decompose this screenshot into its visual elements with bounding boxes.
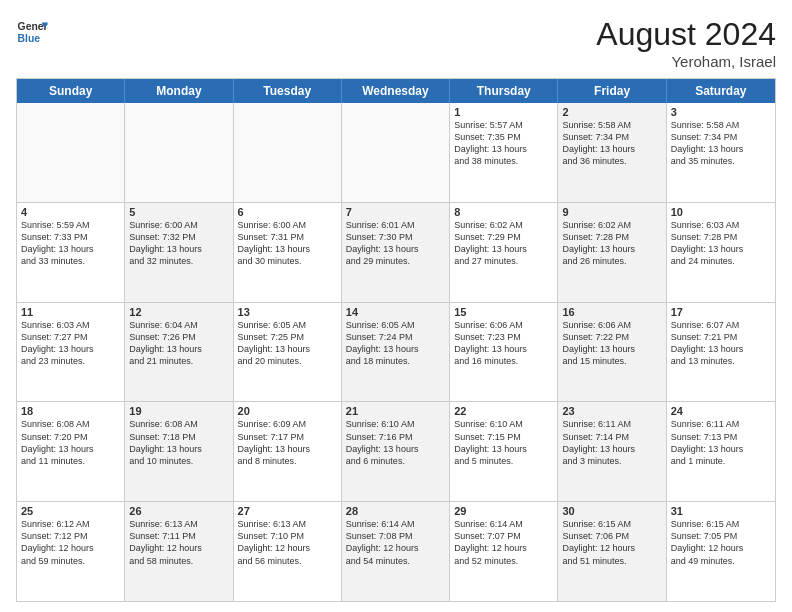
- day-number: 28: [346, 505, 445, 517]
- cell-text: Sunrise: 6:02 AM Sunset: 7:29 PM Dayligh…: [454, 219, 553, 268]
- calendar-row: 25Sunrise: 6:12 AM Sunset: 7:12 PM Dayli…: [17, 502, 775, 601]
- calendar-cell: 15Sunrise: 6:06 AM Sunset: 7:23 PM Dayli…: [450, 303, 558, 402]
- calendar-cell: 26Sunrise: 6:13 AM Sunset: 7:11 PM Dayli…: [125, 502, 233, 601]
- day-number: 15: [454, 306, 553, 318]
- day-number: 5: [129, 206, 228, 218]
- calendar-header: Sunday Monday Tuesday Wednesday Thursday…: [17, 79, 775, 103]
- cell-text: Sunrise: 6:05 AM Sunset: 7:24 PM Dayligh…: [346, 319, 445, 368]
- calendar-cell: 5Sunrise: 6:00 AM Sunset: 7:32 PM Daylig…: [125, 203, 233, 302]
- calendar-cell: 12Sunrise: 6:04 AM Sunset: 7:26 PM Dayli…: [125, 303, 233, 402]
- day-number: 26: [129, 505, 228, 517]
- calendar-cell: 19Sunrise: 6:08 AM Sunset: 7:18 PM Dayli…: [125, 402, 233, 501]
- calendar-cell: 2Sunrise: 5:58 AM Sunset: 7:34 PM Daylig…: [558, 103, 666, 202]
- logo: General Blue: [16, 16, 48, 48]
- header-sunday: Sunday: [17, 79, 125, 103]
- day-number: 8: [454, 206, 553, 218]
- day-number: 21: [346, 405, 445, 417]
- calendar-cell: 11Sunrise: 6:03 AM Sunset: 7:27 PM Dayli…: [17, 303, 125, 402]
- header-saturday: Saturday: [667, 79, 775, 103]
- cell-text: Sunrise: 6:06 AM Sunset: 7:23 PM Dayligh…: [454, 319, 553, 368]
- day-number: 14: [346, 306, 445, 318]
- calendar-row: 18Sunrise: 6:08 AM Sunset: 7:20 PM Dayli…: [17, 402, 775, 502]
- title-block: August 2024 Yeroham, Israel: [596, 16, 776, 70]
- cell-text: Sunrise: 6:15 AM Sunset: 7:05 PM Dayligh…: [671, 518, 771, 567]
- cell-text: Sunrise: 6:15 AM Sunset: 7:06 PM Dayligh…: [562, 518, 661, 567]
- logo-icon: General Blue: [16, 16, 48, 48]
- page: General Blue August 2024 Yeroham, Israel…: [0, 0, 792, 612]
- calendar-cell: [125, 103, 233, 202]
- cell-text: Sunrise: 6:07 AM Sunset: 7:21 PM Dayligh…: [671, 319, 771, 368]
- cell-text: Sunrise: 6:14 AM Sunset: 7:08 PM Dayligh…: [346, 518, 445, 567]
- day-number: 23: [562, 405, 661, 417]
- calendar-cell: 17Sunrise: 6:07 AM Sunset: 7:21 PM Dayli…: [667, 303, 775, 402]
- cell-text: Sunrise: 6:08 AM Sunset: 7:20 PM Dayligh…: [21, 418, 120, 467]
- day-number: 22: [454, 405, 553, 417]
- cell-text: Sunrise: 6:10 AM Sunset: 7:16 PM Dayligh…: [346, 418, 445, 467]
- day-number: 3: [671, 106, 771, 118]
- calendar-body: 1Sunrise: 5:57 AM Sunset: 7:35 PM Daylig…: [17, 103, 775, 601]
- calendar-cell: 29Sunrise: 6:14 AM Sunset: 7:07 PM Dayli…: [450, 502, 558, 601]
- calendar-cell: 6Sunrise: 6:00 AM Sunset: 7:31 PM Daylig…: [234, 203, 342, 302]
- header-friday: Friday: [558, 79, 666, 103]
- calendar-cell: [342, 103, 450, 202]
- calendar-cell: 25Sunrise: 6:12 AM Sunset: 7:12 PM Dayli…: [17, 502, 125, 601]
- header-wednesday: Wednesday: [342, 79, 450, 103]
- calendar-cell: 10Sunrise: 6:03 AM Sunset: 7:28 PM Dayli…: [667, 203, 775, 302]
- calendar-cell: 18Sunrise: 6:08 AM Sunset: 7:20 PM Dayli…: [17, 402, 125, 501]
- calendar-cell: 23Sunrise: 6:11 AM Sunset: 7:14 PM Dayli…: [558, 402, 666, 501]
- calendar-cell: 27Sunrise: 6:13 AM Sunset: 7:10 PM Dayli…: [234, 502, 342, 601]
- day-number: 17: [671, 306, 771, 318]
- cell-text: Sunrise: 6:12 AM Sunset: 7:12 PM Dayligh…: [21, 518, 120, 567]
- cell-text: Sunrise: 6:06 AM Sunset: 7:22 PM Dayligh…: [562, 319, 661, 368]
- calendar-row: 1Sunrise: 5:57 AM Sunset: 7:35 PM Daylig…: [17, 103, 775, 203]
- cell-text: Sunrise: 5:58 AM Sunset: 7:34 PM Dayligh…: [671, 119, 771, 168]
- day-number: 12: [129, 306, 228, 318]
- calendar-cell: 22Sunrise: 6:10 AM Sunset: 7:15 PM Dayli…: [450, 402, 558, 501]
- cell-text: Sunrise: 6:00 AM Sunset: 7:31 PM Dayligh…: [238, 219, 337, 268]
- calendar-cell: 8Sunrise: 6:02 AM Sunset: 7:29 PM Daylig…: [450, 203, 558, 302]
- day-number: 18: [21, 405, 120, 417]
- day-number: 24: [671, 405, 771, 417]
- calendar-cell: 21Sunrise: 6:10 AM Sunset: 7:16 PM Dayli…: [342, 402, 450, 501]
- calendar-cell: 3Sunrise: 5:58 AM Sunset: 7:34 PM Daylig…: [667, 103, 775, 202]
- calendar-cell: 24Sunrise: 6:11 AM Sunset: 7:13 PM Dayli…: [667, 402, 775, 501]
- day-number: 2: [562, 106, 661, 118]
- calendar-cell: [234, 103, 342, 202]
- calendar-cell: 28Sunrise: 6:14 AM Sunset: 7:08 PM Dayli…: [342, 502, 450, 601]
- header-tuesday: Tuesday: [234, 79, 342, 103]
- cell-text: Sunrise: 6:08 AM Sunset: 7:18 PM Dayligh…: [129, 418, 228, 467]
- calendar: Sunday Monday Tuesday Wednesday Thursday…: [16, 78, 776, 602]
- day-number: 29: [454, 505, 553, 517]
- cell-text: Sunrise: 6:09 AM Sunset: 7:17 PM Dayligh…: [238, 418, 337, 467]
- cell-text: Sunrise: 6:13 AM Sunset: 7:10 PM Dayligh…: [238, 518, 337, 567]
- day-number: 6: [238, 206, 337, 218]
- day-number: 27: [238, 505, 337, 517]
- day-number: 16: [562, 306, 661, 318]
- day-number: 20: [238, 405, 337, 417]
- calendar-cell: 1Sunrise: 5:57 AM Sunset: 7:35 PM Daylig…: [450, 103, 558, 202]
- day-number: 31: [671, 505, 771, 517]
- header: General Blue August 2024 Yeroham, Israel: [16, 16, 776, 70]
- calendar-row: 4Sunrise: 5:59 AM Sunset: 7:33 PM Daylig…: [17, 203, 775, 303]
- calendar-cell: [17, 103, 125, 202]
- cell-text: Sunrise: 6:04 AM Sunset: 7:26 PM Dayligh…: [129, 319, 228, 368]
- day-number: 30: [562, 505, 661, 517]
- calendar-cell: 30Sunrise: 6:15 AM Sunset: 7:06 PM Dayli…: [558, 502, 666, 601]
- svg-text:Blue: Blue: [18, 33, 41, 44]
- month-year: August 2024: [596, 16, 776, 53]
- cell-text: Sunrise: 6:13 AM Sunset: 7:11 PM Dayligh…: [129, 518, 228, 567]
- cell-text: Sunrise: 5:57 AM Sunset: 7:35 PM Dayligh…: [454, 119, 553, 168]
- cell-text: Sunrise: 6:11 AM Sunset: 7:14 PM Dayligh…: [562, 418, 661, 467]
- day-number: 13: [238, 306, 337, 318]
- cell-text: Sunrise: 6:05 AM Sunset: 7:25 PM Dayligh…: [238, 319, 337, 368]
- cell-text: Sunrise: 5:59 AM Sunset: 7:33 PM Dayligh…: [21, 219, 120, 268]
- calendar-cell: 4Sunrise: 5:59 AM Sunset: 7:33 PM Daylig…: [17, 203, 125, 302]
- calendar-row: 11Sunrise: 6:03 AM Sunset: 7:27 PM Dayli…: [17, 303, 775, 403]
- cell-text: Sunrise: 6:14 AM Sunset: 7:07 PM Dayligh…: [454, 518, 553, 567]
- cell-text: Sunrise: 6:11 AM Sunset: 7:13 PM Dayligh…: [671, 418, 771, 467]
- cell-text: Sunrise: 6:03 AM Sunset: 7:28 PM Dayligh…: [671, 219, 771, 268]
- cell-text: Sunrise: 6:03 AM Sunset: 7:27 PM Dayligh…: [21, 319, 120, 368]
- header-monday: Monday: [125, 79, 233, 103]
- day-number: 7: [346, 206, 445, 218]
- cell-text: Sunrise: 6:02 AM Sunset: 7:28 PM Dayligh…: [562, 219, 661, 268]
